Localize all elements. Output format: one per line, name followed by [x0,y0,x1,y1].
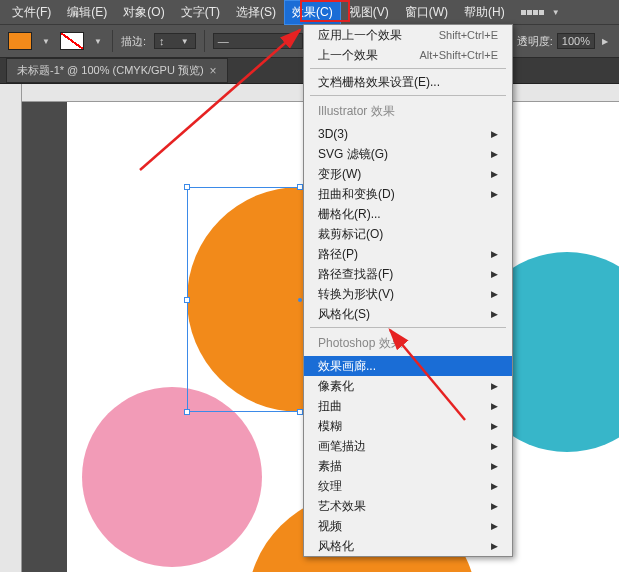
opacity-field[interactable]: 100% [557,33,595,49]
menu-svg-filters[interactable]: SVG 滤镜(G) [304,144,512,164]
menu-effect-gallery[interactable]: 效果画廊... [304,356,512,376]
menu-apply-last-effect[interactable]: 应用上一个效果Shift+Ctrl+E [304,25,512,45]
handle[interactable] [184,184,190,190]
menu-brush-strokes[interactable]: 画笔描边 [304,436,512,456]
document-title: 未标题-1* @ 100% (CMYK/GPU 预览) [17,63,204,78]
menu-object[interactable]: 对象(O) [115,0,172,25]
menu-doc-raster-settings[interactable]: 文档栅格效果设置(E)... [304,72,512,92]
menu-path[interactable]: 路径(P) [304,244,512,264]
shape-circle-pink[interactable] [82,387,262,567]
menu-type[interactable]: 文字(T) [173,0,228,25]
stroke-profile[interactable]: —▼ [213,33,303,49]
section-illustrator: Illustrator 效果 [304,99,512,124]
close-icon[interactable]: × [210,64,217,78]
menu-last-effect[interactable]: 上一个效果Alt+Shift+Ctrl+E [304,45,512,65]
separator [112,30,113,52]
menu-stylize-ps[interactable]: 风格化 [304,536,512,556]
menu-help[interactable]: 帮助(H) [456,0,513,25]
menu-rasterize[interactable]: 栅格化(R)... [304,204,512,224]
fill-swatch[interactable] [8,32,32,50]
menu-pathfinder[interactable]: 路径查找器(F) [304,264,512,284]
menu-distort-ps[interactable]: 扭曲 [304,396,512,416]
opacity-label: 透明度: [517,34,553,49]
menu-artistic[interactable]: 艺术效果 [304,496,512,516]
menu-blur[interactable]: 模糊 [304,416,512,436]
document-tab[interactable]: 未标题-1* @ 100% (CMYK/GPU 预览) × [6,58,228,83]
menu-pixelate[interactable]: 像素化 [304,376,512,396]
menu-texture[interactable]: 纹理 [304,476,512,496]
fill-dropdown-icon[interactable]: ▼ [40,35,52,47]
menu-edit[interactable]: 编辑(E) [59,0,115,25]
menu-3d[interactable]: 3D(3) [304,124,512,144]
stroke-dropdown-icon[interactable]: ▼ [92,35,104,47]
separator [204,30,205,52]
effect-menu: 应用上一个效果Shift+Ctrl+E 上一个效果Alt+Shift+Ctrl+… [303,24,513,557]
menu-warp[interactable]: 变形(W) [304,164,512,184]
handle[interactable] [184,297,190,303]
handle[interactable] [184,409,190,415]
menu-video[interactable]: 视频 [304,516,512,536]
handle[interactable] [297,409,303,415]
workspace-switcher[interactable]: ▼ [521,6,562,18]
menu-stylize-ai[interactable]: 风格化(S) [304,304,512,324]
menu-file[interactable]: 文件(F) [4,0,59,25]
ruler-vertical [0,84,22,572]
menu-convert-shape[interactable]: 转换为形状(V) [304,284,512,304]
section-photoshop: Photoshop 效果 [304,331,512,356]
handle[interactable] [297,184,303,190]
menu-sketch[interactable]: 素描 [304,456,512,476]
menu-distort-transform[interactable]: 扭曲和变换(D) [304,184,512,204]
chevron-right-icon[interactable]: ▶ [599,35,611,47]
menu-window[interactable]: 窗口(W) [397,0,456,25]
stroke-label: 描边: [121,34,146,49]
menu-select[interactable]: 选择(S) [228,0,284,25]
annotation-box-menu [300,0,350,22]
stroke-weight-field[interactable]: ↕ ▼ [154,33,196,49]
stroke-swatch[interactable] [60,32,84,50]
menu-crop-marks[interactable]: 裁剪标记(O) [304,224,512,244]
